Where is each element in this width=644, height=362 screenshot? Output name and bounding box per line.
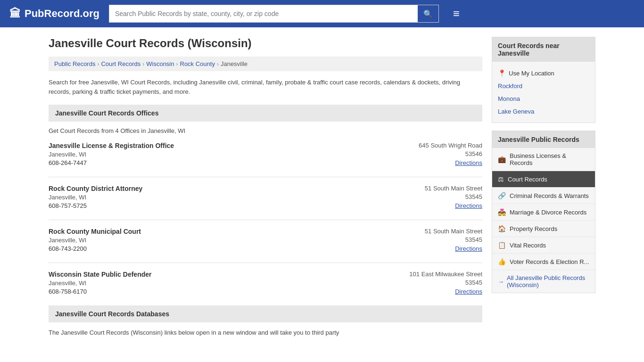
office-address: 645 South Wright Road 53546 Directions bbox=[397, 142, 482, 166]
near-box-title: Court Records near Janesville bbox=[492, 37, 595, 62]
all-public-records-link[interactable]: → All Janesville Public Records (Wiscons… bbox=[492, 270, 595, 293]
record-label-criminal-records: Criminal Records & Warrants bbox=[510, 192, 589, 199]
vital-records-icon: 📋 bbox=[498, 241, 506, 249]
directions-link[interactable]: Directions bbox=[455, 288, 482, 295]
office-divider bbox=[49, 263, 482, 263]
office-name: Janesville License & Registration Office bbox=[49, 142, 388, 149]
office-phone: 608-757-5725 bbox=[49, 202, 388, 209]
office-name: Wisconsin State Public Defender bbox=[49, 271, 388, 278]
office-address: 51 South Main Street 53545 Directions bbox=[397, 185, 482, 209]
record-label-voter-records: Voter Records & Election R... bbox=[510, 258, 589, 265]
all-link-arrow: → bbox=[498, 278, 504, 285]
office-divider bbox=[49, 220, 482, 220]
content-area: Janesville Court Records (Wisconsin) Pub… bbox=[49, 37, 482, 342]
directions-link[interactable]: Directions bbox=[455, 202, 482, 209]
databases-section-header: Janesville Court Records Databases bbox=[49, 305, 482, 322]
location-link-lake-geneva[interactable]: Lake Geneva bbox=[498, 108, 534, 115]
office-zip: 53546 bbox=[397, 150, 482, 157]
search-icon: 🔍 bbox=[423, 10, 433, 18]
record-label-marriage-divorce: Marriage & Divorce Records bbox=[510, 209, 586, 216]
record-label-court-records: Court Records bbox=[508, 176, 547, 183]
record-item-property-records[interactable]: 🏠 Property Records bbox=[492, 221, 595, 237]
record-item-court-records[interactable]: ⚖ Court Records bbox=[492, 171, 595, 188]
breadcrumb-wisconsin[interactable]: Wisconsin bbox=[146, 60, 174, 67]
office-name: Rock County Municipal Court bbox=[49, 228, 388, 235]
office-phone: 608-758-6170 bbox=[49, 288, 388, 295]
near-box-content: 📍 Use My Location Rockford Monona Lake G… bbox=[492, 62, 595, 123]
search-input[interactable] bbox=[109, 5, 418, 23]
location-monona[interactable]: Monona bbox=[498, 92, 589, 105]
all-link-label: All Janesville Public Records (Wisconsin… bbox=[507, 274, 589, 288]
breadcrumb-rock-county[interactable]: Rock County bbox=[180, 60, 215, 67]
sidebar: Court Records near Janesville 📍 Use My L… bbox=[492, 37, 595, 342]
office-phone: 608-264-7447 bbox=[49, 159, 388, 166]
directions-link[interactable]: Directions bbox=[455, 245, 482, 252]
office-phone: 608-743-2200 bbox=[49, 245, 388, 252]
near-box: Court Records near Janesville 📍 Use My L… bbox=[492, 37, 595, 123]
location-link-monona[interactable]: Monona bbox=[498, 95, 520, 102]
pin-icon: 📍 bbox=[498, 69, 506, 77]
public-records-box: Janesville Public Records 💼 Business Lic… bbox=[492, 131, 595, 293]
breadcrumb-sep-1: › bbox=[97, 61, 99, 67]
office-info: Rock County Municipal Court Janesville, … bbox=[49, 228, 388, 252]
property-records-icon: 🏠 bbox=[498, 225, 506, 232]
use-my-location-item[interactable]: 📍 Use My Location bbox=[498, 66, 589, 80]
record-label-business-licenses: Business Licenses & Records bbox=[510, 152, 589, 166]
logo-text: PubRecord.org bbox=[25, 8, 99, 20]
office-info: Rock County District Attorney Janesville… bbox=[49, 185, 388, 209]
breadcrumb-public-records[interactable]: Public Records bbox=[54, 60, 95, 67]
record-label-property-records: Property Records bbox=[510, 225, 557, 232]
marriage-divorce-icon: 💑 bbox=[498, 208, 506, 216]
office-entry: Rock County Municipal Court Janesville, … bbox=[49, 228, 482, 252]
breadcrumb-sep-2: › bbox=[142, 61, 144, 67]
record-item-marriage-divorce[interactable]: 💑 Marriage & Divorce Records bbox=[492, 204, 595, 221]
record-item-business-licenses[interactable]: 💼 Business Licenses & Records bbox=[492, 148, 595, 171]
use-location-label: Use My Location bbox=[509, 70, 554, 77]
voter-records-icon: 👍 bbox=[498, 258, 506, 265]
public-records-title: Janesville Public Records bbox=[492, 131, 595, 148]
breadcrumb-court-records[interactable]: Court Records bbox=[101, 60, 140, 67]
site-header: 🏛 PubRecord.org 🔍 ≡ bbox=[0, 0, 644, 27]
office-info: Wisconsin State Public Defender Janesvil… bbox=[49, 271, 388, 295]
office-city: Janesville, WI bbox=[49, 151, 388, 158]
logo-icon: 🏛 bbox=[9, 7, 21, 20]
office-name: Rock County District Attorney bbox=[49, 185, 388, 192]
location-rockford[interactable]: Rockford bbox=[498, 80, 589, 92]
office-city: Janesville, WI bbox=[49, 280, 388, 287]
office-address: 101 East Milwaukee Street 53545 Directio… bbox=[397, 271, 482, 295]
directions-link[interactable]: Directions bbox=[455, 159, 482, 166]
court-records-icon: ⚖ bbox=[498, 175, 504, 183]
offices-section-header: Janesville Court Records Offices bbox=[49, 105, 482, 122]
breadcrumb-sep-3: › bbox=[176, 61, 178, 67]
page-title: Janesville Court Records (Wisconsin) bbox=[49, 37, 482, 50]
record-item-vital-records[interactable]: 📋 Vital Records bbox=[492, 237, 595, 254]
breadcrumb: Public Records › Court Records › Wiscons… bbox=[49, 57, 482, 71]
office-entry: Rock County District Attorney Janesville… bbox=[49, 185, 482, 209]
location-link-rockford[interactable]: Rockford bbox=[498, 82, 522, 90]
page-description: Search for free Janesville, WI Court Rec… bbox=[49, 78, 482, 96]
search-button[interactable]: 🔍 bbox=[418, 5, 439, 23]
site-logo[interactable]: 🏛 PubRecord.org bbox=[9, 7, 99, 20]
record-item-voter-records[interactable]: 👍 Voter Records & Election R... bbox=[492, 254, 595, 270]
office-zip: 53545 bbox=[397, 193, 482, 200]
location-lake-geneva[interactable]: Lake Geneva bbox=[498, 105, 589, 118]
record-label-vital-records: Vital Records bbox=[510, 242, 546, 249]
criminal-records-icon: 🔗 bbox=[498, 192, 506, 199]
office-info: Janesville License & Registration Office… bbox=[49, 142, 388, 166]
databases-description: The Janesville Court Records (Wisconsin)… bbox=[49, 328, 482, 337]
office-city: Janesville, WI bbox=[49, 194, 388, 201]
breadcrumb-janesville: Janesville bbox=[221, 60, 248, 67]
office-street: 51 South Main Street bbox=[397, 185, 482, 192]
office-street: 101 East Milwaukee Street bbox=[397, 271, 482, 278]
office-divider bbox=[49, 177, 482, 177]
business-licenses-icon: 💼 bbox=[498, 156, 506, 163]
office-street: 645 South Wright Road bbox=[397, 142, 482, 149]
office-zip: 53545 bbox=[397, 279, 482, 286]
hamburger-menu-button[interactable]: ≡ bbox=[453, 7, 460, 20]
office-city: Janesville, WI bbox=[49, 237, 388, 244]
office-address: 51 South Main Street 53545 Directions bbox=[397, 228, 482, 252]
office-zip: 53545 bbox=[397, 236, 482, 243]
record-item-criminal-records[interactable]: 🔗 Criminal Records & Warrants bbox=[492, 188, 595, 204]
office-count: Get Court Records from 4 Offices in Jane… bbox=[49, 127, 482, 134]
hamburger-icon: ≡ bbox=[453, 7, 460, 20]
